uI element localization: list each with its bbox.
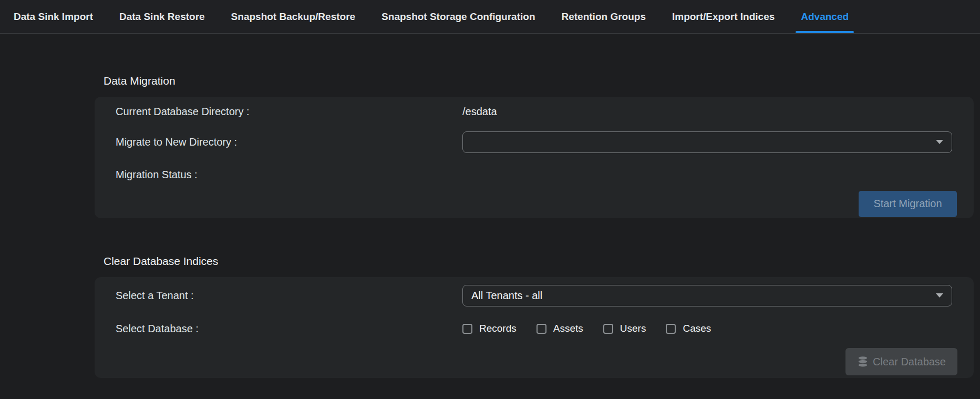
clear-database-indices-heading: Clear Database Indices (104, 218, 980, 268)
users-checkbox-label: Users (620, 323, 646, 334)
clear-database-button[interactable]: Clear Database (845, 348, 957, 375)
database-icon (857, 356, 869, 367)
tenant-select-value: All Tenants - all (471, 290, 542, 302)
select-database-label: Select Database : (116, 323, 462, 335)
cases-checkbox-label: Cases (683, 323, 711, 334)
data-migration-heading: Data Migration (104, 34, 980, 87)
current-database-directory-value: /esdata (462, 106, 497, 118)
tab-retention-groups[interactable]: Retention Groups (562, 0, 646, 33)
advanced-settings-page: Data Sink Import Data Sink Restore Snaps… (0, 0, 980, 399)
data-migration-actions-row: Start Migration (95, 189, 974, 218)
checkbox-item-assets[interactable]: Assets (537, 323, 583, 334)
assets-checkbox-label: Assets (553, 323, 583, 334)
tab-snapshot-backup-restore[interactable]: Snapshot Backup/Restore (231, 0, 356, 33)
select-tenant-row: Select a Tenant : All Tenants - all (95, 279, 974, 312)
clear-database-indices-panel: Select a Tenant : All Tenants - all Sele… (95, 277, 974, 378)
clear-database-actions-row: Clear Database (95, 345, 974, 378)
select-database-row: Select Database : Records Assets Users C… (95, 312, 974, 345)
cases-checkbox[interactable] (666, 324, 676, 334)
chevron-down-icon (936, 293, 943, 298)
tab-advanced[interactable]: Advanced (801, 0, 849, 33)
tab-snapshot-storage-configuration[interactable]: Snapshot Storage Configuration (381, 0, 535, 33)
checkbox-item-users[interactable]: Users (603, 323, 646, 334)
top-tab-bar: Data Sink Import Data Sink Restore Snaps… (0, 0, 980, 34)
checkbox-item-cases[interactable]: Cases (666, 323, 711, 334)
migrate-to-new-directory-row: Migrate to New Directory : (95, 124, 974, 160)
records-checkbox[interactable] (462, 324, 472, 334)
records-checkbox-label: Records (479, 323, 517, 334)
migration-status-label: Migration Status : (116, 169, 462, 181)
tab-data-sink-import[interactable]: Data Sink Import (14, 0, 93, 33)
select-tenant-label: Select a Tenant : (116, 290, 462, 302)
tenant-select[interactable]: All Tenants - all (462, 285, 952, 306)
chevron-down-icon (936, 140, 943, 144)
current-database-directory-row: Current Database Directory : /esdata (95, 99, 974, 124)
clear-database-button-label: Clear Database (873, 356, 946, 368)
migrate-to-new-directory-label: Migrate to New Directory : (116, 136, 462, 148)
users-checkbox[interactable] (603, 324, 613, 334)
data-migration-panel: Current Database Directory : /esdata Mig… (95, 97, 974, 218)
tab-import-export-indices[interactable]: Import/Export Indices (672, 0, 775, 33)
migrate-directory-select[interactable] (462, 131, 952, 153)
checkbox-item-records[interactable]: Records (462, 323, 517, 334)
migration-status-row: Migration Status : (95, 160, 974, 189)
database-checkbox-group: Records Assets Users Cases (462, 323, 711, 334)
assets-checkbox[interactable] (537, 324, 546, 334)
tab-data-sink-restore[interactable]: Data Sink Restore (119, 0, 205, 33)
current-database-directory-label: Current Database Directory : (116, 106, 462, 118)
start-migration-button[interactable]: Start Migration (859, 191, 957, 217)
